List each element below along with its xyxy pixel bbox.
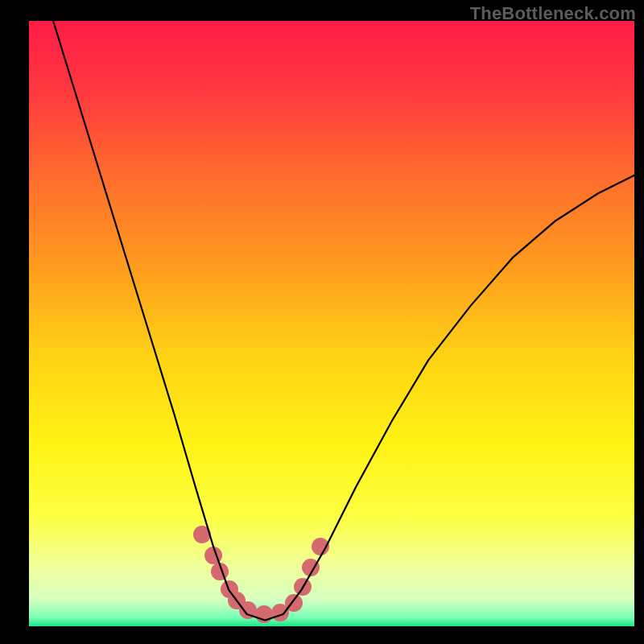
chart-svg xyxy=(29,21,634,626)
plot-area xyxy=(29,21,634,626)
chart-frame: TheBottleneck.com xyxy=(0,0,644,644)
